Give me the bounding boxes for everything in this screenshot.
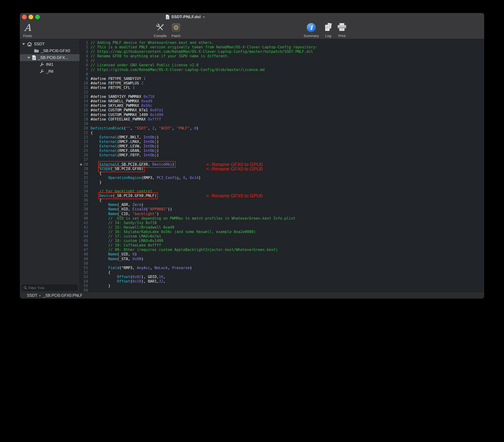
code-line-14[interactable]: 14#define HASWELL_PWMMAX 0xad9 [80, 99, 484, 104]
line-number: 54 [80, 279, 88, 284]
code-line-12[interactable]: 12 [80, 90, 484, 95]
patch-button[interactable]: ⚙ Patch [163, 22, 189, 38]
line-number: 48 [80, 252, 88, 257]
code-line-56[interactable]: 56 [80, 288, 484, 292]
line-number: 46 [80, 243, 88, 248]
sidebar-item-gfx0-pnlf[interactable]: _SB.PCI0.GFX... [20, 54, 79, 61]
code-line-35[interactable]: 35 Device(_SB.PCI0.GFX0.PNLF)<- Rename G… [80, 194, 484, 198]
code-line-53[interactable]: 53 Offset(0x02), GDID,16, [80, 275, 484, 279]
titlebar: SSDT-PNLF.dsl [20, 13, 484, 21]
code-line-1[interactable]: 1// Adding PNLF device for WhateverGreen… [80, 41, 484, 45]
code-line-4[interactable]: 4// Rename GFX0 to anything else if your… [80, 54, 484, 58]
code-line-10[interactable]: 10#define FBTYPE_HSWPLUS 2 [80, 81, 484, 86]
code-line-24[interactable]: 24 External(RMCF.LEVW, IntObj) [80, 144, 484, 149]
code-token [90, 275, 117, 279]
code-line-49[interactable]: 49 Name(_STA, 0x0B) [80, 257, 484, 261]
sidebar-item-gfx0-scope[interactable]: _SB.PCI0.GFX0 [20, 47, 79, 54]
code-token: { [90, 270, 110, 275]
code-line-41[interactable]: 41 // 14: Sandy/Ivy 0x710 [80, 221, 484, 225]
code-token: ) [196, 126, 198, 130]
line-number: 1 [80, 41, 88, 45]
disclosure-triangle-icon[interactable] [27, 57, 30, 59]
close-button[interactable] [22, 15, 27, 19]
code-editor[interactable]: 1// Adding PNLF device for WhateverGreen… [79, 39, 484, 292]
rename-annotation-box: External(_SB.PCI0.GFX0, DeviceObj) [99, 162, 174, 166]
code-token: , [130, 126, 135, 130]
patch-label: Patch [172, 34, 180, 38]
code-line-23[interactable]: 23 External(RMCF.LMAX, IntObj) [80, 140, 484, 144]
code-line-55[interactable]: 55 } [80, 284, 484, 288]
code-line-39[interactable]: 39 Name(_CID, "backlight") [80, 212, 484, 216]
code-line-11[interactable]: 11#define FBTYPE_CFL 3 [80, 86, 484, 90]
code-line-40[interactable]: 40 // _UID is set depending on PWMMax to… [80, 216, 484, 221]
code-token [90, 266, 108, 270]
line-number: 3 [80, 50, 88, 54]
code-line-21[interactable]: 21{ [80, 131, 484, 135]
code-line-50[interactable]: 50 [80, 261, 484, 266]
code-line-36[interactable]: 36 { [80, 198, 484, 203]
code-line-6[interactable]: 6// Licensed under GNU General Public Li… [80, 63, 484, 68]
code-line-5[interactable]: 5// [80, 58, 484, 63]
code-line-27[interactable]: 27 [80, 158, 484, 162]
filter-tree-input[interactable] [22, 285, 78, 291]
code-line-43[interactable]: 43 // 16: Skylake/KabyLake 0x56c (and so… [80, 230, 484, 234]
code-line-18[interactable]: 18#define COFFEELAKE_PWMMAX 0xffff [80, 117, 484, 122]
code-line-16[interactable]: 16#define CUSTOM_PWMMAX_07a1 0x07a1 [80, 108, 484, 112]
code-line-37[interactable]: 37 Name(_ADR, Zero) [80, 203, 484, 207]
code-line-33[interactable]: 33 [80, 185, 484, 189]
line-number: 35 [80, 194, 88, 198]
code-line-51[interactable]: 51 Field(^RMP3, AnyAcc, NoLock, Preserve… [80, 266, 484, 270]
code-line-38[interactable]: 38 Name(_HID, EisaId("APP0002")) [80, 207, 484, 212]
code-line-48[interactable]: 48 Name(_UID, 0) [80, 252, 484, 257]
code-text: // Adding PNLF device for WhateverGreen.… [90, 41, 214, 45]
document-icon [32, 55, 36, 60]
code-line-22[interactable]: 22 External(RMCF.BKLT, IntObj) [80, 135, 484, 140]
code-token [90, 140, 99, 144]
code-line-31[interactable]: 31 OperationRegion(RMP3, PCI_Config, 0, … [80, 176, 484, 180]
code-line-28[interactable]: 28 External(_SB.PCI0.GFX0, DeviceObj)<- … [80, 162, 484, 167]
code-line-30[interactable]: 30 { [80, 171, 484, 176]
folder-icon [34, 49, 39, 53]
code-line-20[interactable]: 20DefinitionBlock("", "SSDT", 2, "ACDT",… [80, 126, 484, 131]
code-token: DefinitionBlock [90, 126, 124, 130]
code-line-42[interactable]: 42 // 15: Haswell/Broadwell 0xad9 [80, 225, 484, 230]
fonts-button[interactable]: A Fonts [20, 22, 41, 38]
line-number: 22 [80, 135, 88, 140]
code-line-34[interactable]: 34 // For backlight control [80, 189, 484, 194]
code-line-8[interactable]: 8 [80, 72, 484, 77]
code-token: , [190, 126, 194, 130]
code-line-19[interactable]: 19 [80, 122, 484, 126]
code-token: 1 [144, 77, 145, 81]
sidebar-item-ini1[interactable]: INI1 [20, 61, 79, 68]
code-line-3[interactable]: 3// https://raw.githubusercontent.com/Re… [80, 50, 484, 54]
code-line-29[interactable]: 29 Scope(_SB.PCI0.GFX0)<- Rename GFX0 to… [80, 167, 484, 171]
code-line-17[interactable]: 17#define CUSTOM_PWMMAX_1499 0x1499 [80, 113, 484, 117]
code-token: External [99, 144, 117, 148]
code-line-54[interactable]: 54 Offset(0x10), BAR1,32, [80, 279, 484, 284]
sidebar-item-ini[interactable]: _INI [20, 68, 79, 75]
sidebar-item-ssdt[interactable]: SSDT [20, 41, 79, 47]
code-line-9[interactable]: 9#define FBTYPE_SANDYIVY 1 [80, 77, 484, 81]
code-token: ) [135, 252, 137, 256]
code-line-13[interactable]: 13#define SANDYIVY_PWMMAX 0x710 [80, 95, 484, 99]
code-line-45[interactable]: 45 // 18: custom LMAX=0x1499 [80, 239, 484, 243]
window-title-menu[interactable]: SSDT-PNLF.dsl [166, 13, 205, 21]
code-token: Name [108, 207, 117, 211]
code-line-44[interactable]: 44 // 17: custom LMAX=0x7a1 [80, 234, 484, 239]
code-line-32[interactable]: 32 } [80, 180, 484, 185]
code-line-25[interactable]: 25 External(RMCF.GRAN, IntObj) [80, 149, 484, 153]
line-number: 29 [80, 167, 88, 171]
line-number: 16 [80, 108, 88, 112]
code-line-47[interactable]: 47 // 99: Other (requires custom AppleBa… [80, 248, 484, 252]
code-line-46[interactable]: 46 // 19: CoffeeLake 0xffff [80, 243, 484, 248]
minimize-button[interactable] [29, 15, 33, 19]
zoom-button[interactable] [35, 15, 40, 19]
code-token: , [163, 279, 165, 283]
code-line-7[interactable]: 7// https://github.com/RehabMan/OS-X-Clo… [80, 68, 484, 72]
code-line-15[interactable]: 15#define SKYLAKE_PWMMAX 0x56c [80, 104, 484, 108]
disclosure-triangle-icon[interactable] [22, 43, 25, 45]
code-line-2[interactable]: 2// This is a modified PNLF version orig… [80, 45, 484, 50]
code-line-52[interactable]: 52 { [80, 270, 484, 275]
code-line-26[interactable]: 26 External(RMCF.FBTP, IntObj) [80, 153, 484, 158]
print-button[interactable]: Print [329, 22, 355, 38]
